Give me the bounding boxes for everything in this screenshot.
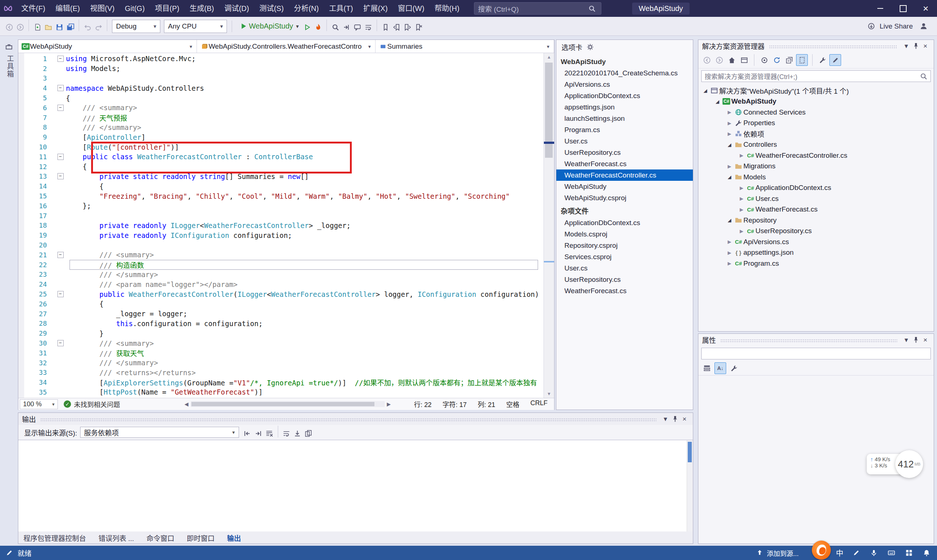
code-line[interactable]: 22 /// 构造函数 (18, 260, 544, 270)
quick-search-box[interactable]: 搜索 (Ctrl+Q) (474, 2, 602, 15)
open-document-item[interactable]: UserRepository.cs (556, 147, 693, 158)
editor-horizontal-scrollbar[interactable]: ◀ ▶ (182, 401, 393, 407)
open-document-item[interactable]: Program.cs (556, 124, 693, 135)
code-line[interactable]: 4−namespace WebApiStudy.Controllers (18, 83, 544, 93)
code-line[interactable]: 21− /// <summary> (18, 250, 544, 260)
collapse-all-icon[interactable] (784, 55, 795, 66)
tree-expander-icon[interactable]: ▶ (725, 239, 734, 245)
chevron-down-icon[interactable]: ▾ (902, 42, 911, 51)
navigate-icon[interactable] (341, 22, 352, 33)
wrench-icon[interactable] (817, 55, 828, 66)
fold-marker[interactable]: − (55, 105, 66, 111)
code-line[interactable]: 31 /// 获取天气 (18, 348, 544, 358)
menu-item[interactable]: 项目(P) (150, 0, 185, 17)
open-document-item[interactable]: WebApiStudy (556, 181, 693, 192)
solution-config-dropdown[interactable]: Debug▾ (112, 20, 160, 33)
menu-item[interactable]: 窗口(W) (393, 0, 429, 17)
code-line[interactable]: 34 [ApiExplorerSettings(GroupName ="V1"/… (18, 377, 544, 387)
toolbox-icon[interactable] (3, 41, 14, 52)
code-line[interactable]: 15 "Freezing", "Bracing", "Chilly", "Coo… (18, 191, 544, 201)
code-line[interactable]: 14 { (18, 181, 544, 191)
tree-item[interactable]: ◢解决方案"WebApiStudy"(1 个项目/共 1 个) (699, 85, 934, 96)
wrench-icon[interactable] (728, 363, 739, 374)
tree-item[interactable]: ▶依赖项 (699, 128, 934, 140)
open-document-item[interactable]: appsettings.json (556, 102, 693, 113)
tool-window-tab[interactable]: 即时窗口 (187, 533, 214, 543)
open-document-item[interactable]: Services.csproj (556, 251, 693, 262)
open-document-item[interactable]: ApplicationDbContext.cs (556, 90, 693, 102)
open-document-item[interactable]: WeatherForecastController.cs (556, 169, 693, 181)
fold-marker[interactable]: − (55, 252, 66, 258)
menu-item[interactable]: 扩展(X) (358, 0, 393, 17)
open-folder-icon[interactable] (43, 22, 54, 33)
code-line[interactable]: 30− /// <summary> (18, 338, 544, 348)
open-document-item[interactable]: WeatherForecast.cs (556, 285, 693, 297)
home-icon[interactable] (726, 55, 737, 66)
close-icon[interactable]: × (920, 42, 930, 51)
fold-marker[interactable]: − (55, 173, 66, 179)
code-line[interactable]: 28 this.configuration = configuration; (18, 319, 544, 329)
nav-forward-icon[interactable] (15, 22, 26, 33)
code-line[interactable]: 24 /// <param name="logger"></param> (18, 279, 544, 289)
find-icon[interactable] (330, 22, 341, 33)
save-icon[interactable] (54, 22, 65, 33)
menu-item[interactable]: Git(G) (120, 0, 150, 17)
code-line[interactable]: 20 (18, 240, 544, 250)
sync-active-icon[interactable] (759, 55, 770, 66)
code-line[interactable]: 29 } (18, 328, 544, 338)
eol-mode[interactable]: CRLF (530, 399, 548, 409)
open-document-item[interactable]: 20221020101704_CreateSchema.cs (556, 67, 693, 79)
editor-vertical-scrollbar[interactable]: ▲ ▼ (543, 53, 554, 398)
tree-item[interactable]: ▶C#ApplicationDbContext.cs (699, 183, 934, 194)
tree-item[interactable]: ▶Connected Services (699, 107, 934, 118)
tree-expander-icon[interactable]: ▶ (737, 207, 746, 212)
fold-marker[interactable]: − (55, 55, 66, 62)
tree-item[interactable]: ▶{ }appsettings.json (699, 248, 934, 258)
tree-item[interactable]: ▶C#UserRepository.cs (699, 226, 934, 237)
tree-expander-icon[interactable]: ▶ (725, 109, 734, 115)
editor-nav-dropdown[interactable]: WebApiStudy.Controllers.WeatherForecastC… (197, 40, 375, 53)
code-line[interactable]: 3 (18, 74, 544, 83)
zoom-dropdown[interactable]: 100 %▾ (20, 399, 58, 409)
tree-item[interactable]: ▶Migrations (699, 161, 934, 172)
tool-window-tab[interactable]: 命令窗口 (146, 533, 174, 543)
code-line[interactable]: 25− public WeatherForecastController(ILo… (18, 289, 544, 299)
close-button[interactable]: × (914, 0, 937, 17)
bookmark-icon[interactable] (380, 22, 391, 33)
tree-expander-icon[interactable]: ▶ (725, 261, 734, 266)
copy-icon[interactable] (303, 428, 314, 439)
code-line[interactable]: 6− /// <summary> (18, 103, 544, 113)
categorized-icon[interactable] (701, 363, 712, 374)
bookmark-prev-icon[interactable] (391, 22, 402, 33)
output-content[interactable] (18, 440, 693, 531)
solution-platform-dropdown[interactable]: Any CPU▾ (164, 20, 227, 33)
solution-search-box[interactable]: 搜索解决方案资源管理器(Ctrl+;) (701, 70, 931, 82)
open-document-item[interactable]: Repository.csproj (556, 240, 693, 251)
autoscroll-icon[interactable] (292, 428, 303, 439)
tree-expander-icon[interactable]: ▶ (725, 164, 734, 169)
open-document-item[interactable]: ApiVersions.cs (556, 79, 693, 90)
code-line[interactable]: 17 (18, 211, 544, 221)
tree-item[interactable]: ▶C#User.cs (699, 193, 934, 204)
properties-header[interactable]: 属性 ▾ × (699, 334, 934, 346)
bell-icon[interactable] (922, 548, 931, 558)
chevron-down-icon[interactable]: ▾ (661, 414, 670, 424)
keyboard-icon[interactable] (886, 548, 896, 558)
save-all-icon[interactable] (65, 22, 76, 33)
code-area[interactable]: 1−using Microsoft.AspNetCore.Mvc;2using … (18, 53, 544, 398)
code-line[interactable]: 1−using Microsoft.AspNetCore.Mvc; (18, 54, 544, 64)
bookmark-clear-icon[interactable] (413, 22, 424, 33)
pencil-icon[interactable] (829, 54, 841, 66)
menu-item[interactable]: 工具(T) (324, 0, 358, 17)
pen-icon[interactable] (851, 548, 861, 558)
menu-item[interactable]: 调试(D) (219, 0, 254, 17)
open-document-item[interactable]: Models.csproj (556, 228, 693, 240)
code-line[interactable]: 23 /// </summary> (18, 270, 544, 280)
fold-marker[interactable]: − (55, 340, 66, 346)
tool-window-tab[interactable]: 程序包管理器控制台 (23, 533, 86, 543)
tree-expander-icon[interactable]: ▶ (737, 152, 746, 158)
hot-reload-icon[interactable] (312, 22, 323, 33)
code-health-indicator[interactable]: ✓ 未找到相关问题 (64, 399, 120, 409)
tree-expander-icon[interactable]: ◢ (725, 142, 734, 148)
tree-expander-icon[interactable]: ▶ (725, 131, 734, 137)
